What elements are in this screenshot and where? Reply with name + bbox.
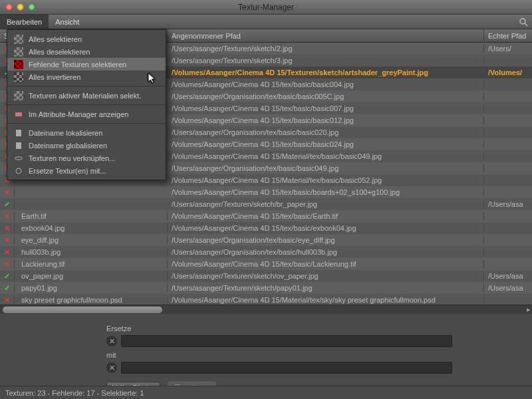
scroll-right-icon[interactable]: ▸ — [527, 305, 531, 314]
status-missing-icon: ✕ — [0, 212, 15, 221]
cell-path: /Users/asanger/Texturen/sketch/br_paper.… — [168, 200, 484, 208]
replace-label: Ersetze — [106, 325, 452, 332]
menu-show-in-attribute-manager[interactable]: Im Attribute-Manager anzeigen — [7, 108, 166, 120]
cell-real-path: /Users/ — [484, 45, 532, 53]
table-row[interactable]: ✕exbook04.jpg/Volumes/Asanger/Cinema 4D … — [0, 222, 532, 234]
status-missing-icon: ✕ — [0, 260, 15, 269]
cell-path: /Volumes/Asanger/Cinema 4D 15/Material/t… — [168, 152, 484, 160]
cell-path: /Volumes/Asanger/Cinema 4D 15/Material/t… — [168, 176, 484, 184]
scrollbar-thumb[interactable] — [3, 307, 162, 313]
window-controls — [0, 3, 35, 11]
edit-menu-dropdown: Alles selektieren Alles deselektieren Fe… — [7, 29, 166, 180]
menu-separator — [7, 123, 166, 124]
cell-name: ov_paper.jpg — [15, 272, 168, 280]
file-icon — [14, 141, 23, 150]
clear-icon[interactable]: ✕ — [106, 336, 117, 346]
cell-name: sky preset graphicfullmoon.psd — [15, 296, 168, 304]
cell-name: papy01.jpg — [15, 284, 168, 292]
file-icon — [14, 128, 23, 138]
menu-select-active-materials[interactable]: Texturen aktiver Materialien selekt. — [7, 89, 166, 102]
replace-target-input[interactable] — [121, 362, 452, 374]
status-missing-icon: ✕ — [0, 296, 15, 305]
status-missing-icon: ✕ — [0, 188, 15, 197]
svg-rect-5 — [15, 157, 22, 160]
table-row[interactable]: ✕Lackierung.tif/Volumes/Asanger/Cinema 4… — [0, 258, 532, 270]
checker-icon — [14, 35, 23, 44]
close-icon[interactable] — [5, 3, 13, 11]
status-text: Texturen: 23 - Fehlende: 17 - Selektiert… — [5, 389, 144, 397]
cell-path: /Volumes/Asanger/Cinema 4D 15/tex/basic/… — [168, 212, 484, 220]
link-icon — [14, 154, 23, 163]
window-titlebar: Textur-Manager — [0, 0, 532, 15]
cell-path: /Users/asanger/Organisation/tex/basic/ba… — [168, 128, 484, 136]
menu-localize-filename[interactable]: Dateiname lokalisieren — [7, 126, 166, 139]
menu-select-missing[interactable]: Fehlende Texturen selektieren — [7, 58, 166, 70]
clear-icon[interactable]: ✕ — [106, 362, 117, 373]
menu-relink-textures[interactable]: Texturen neu verknüpfen... — [7, 152, 166, 164]
cell-name: Earth.tif — [15, 212, 168, 220]
cell-path: /Users/asanger/Organisation/tex/basic/ba… — [168, 164, 484, 172]
replace-icon — [14, 166, 23, 176]
col-real[interactable]: Echter Pfad — [484, 29, 532, 42]
cell-name: hull003b.jpg — [15, 248, 168, 256]
cell-real-path: /Users/asa — [484, 284, 532, 292]
checker-missing-icon — [14, 60, 23, 69]
menu-select-all[interactable]: Alles selektieren — [7, 33, 166, 45]
window-title: Textur-Manager — [0, 3, 532, 12]
menu-globalize-filename[interactable]: Dateiname globalisieren — [7, 139, 166, 152]
menu-invert-all[interactable]: Alles invertieren — [7, 70, 166, 83]
cell-path: /Users/asanger/Texturen/sketch/2.jpg — [168, 45, 484, 53]
checker-invert-icon — [14, 72, 23, 82]
svg-rect-2 — [15, 112, 22, 116]
cell-path: /Users/asanger/Texturen/sketch/ov_paper.… — [168, 272, 484, 280]
menu-edit[interactable]: Bearbeiten — [0, 15, 49, 29]
table-row[interactable]: ✕Earth.tif/Volumes/Asanger/Cinema 4D 15/… — [0, 210, 532, 222]
cell-path: /Volumes/Asanger/Cinema 4D 15/tex/basic/… — [168, 260, 484, 268]
col-path[interactable]: Angenommener Pfad — [168, 29, 484, 42]
checker-icon — [14, 91, 23, 100]
search-icon[interactable] — [519, 15, 532, 29]
cell-path: /Users/asanger/Organisation/tex/basic/hu… — [168, 248, 484, 256]
status-missing-icon: ✕ — [0, 248, 15, 257]
tag-icon — [14, 110, 23, 119]
svg-rect-4 — [16, 142, 21, 149]
cell-real-path: /Volumes/ — [484, 68, 532, 76]
cell-path: /Volumes/Asanger/Cinema 4D 15/tex/basic/… — [168, 224, 484, 232]
cell-path: /Volumes/Asanger/Cinema 4D 15/Texturen/s… — [168, 68, 484, 76]
cell-path: /Volumes/Asanger/Cinema 4D 15/tex/basic/… — [168, 80, 484, 88]
status-missing-icon: ✕ — [0, 224, 15, 233]
cell-name: eye_diff.jpg — [15, 236, 168, 244]
menu-separator — [7, 86, 166, 86]
cell-path: /Volumes/Asanger/Cinema 4D 15/tex/basic/… — [168, 116, 484, 124]
table-row[interactable]: ✕sky preset graphicfullmoon.psd/Volumes/… — [0, 294, 532, 305]
cell-path: /Users/asanger/Organisation/tex/basic/ba… — [168, 92, 484, 100]
menu-separator — [7, 104, 166, 105]
table-row[interactable]: ✕/Volumes/Asanger/Cinema 4D 15/tex/basic… — [0, 186, 532, 198]
minimize-icon[interactable] — [17, 3, 24, 11]
cell-path: /Volumes/Asanger/Cinema 4D 15/tex/basic/… — [168, 140, 484, 148]
table-row[interactable]: ✕hull003b.jpg/Users/asanger/Organisation… — [0, 246, 532, 258]
table-row[interactable]: ✓papy01.jpg/Users/asanger/Texturen/sketc… — [0, 282, 532, 294]
statusbar: Texturen: 23 - Fehlende: 17 - Selektiert… — [0, 386, 532, 399]
checker-icon — [14, 47, 23, 57]
menu-view[interactable]: Ansicht — [49, 15, 86, 29]
status-ok-icon: ✓ — [0, 200, 15, 209]
table-row[interactable]: ✓ov_paper.jpg/Users/asanger/Texturen/ske… — [0, 270, 532, 282]
svg-rect-3 — [16, 130, 21, 136]
cell-name: Lackierung.tif — [15, 260, 168, 268]
cell-path: /Users/asanger/Organisation/tex/basic/ey… — [168, 236, 484, 244]
cell-path: /Volumes/Asanger/Cinema 4D 15/tex/basic/… — [168, 188, 484, 196]
maximize-icon[interactable] — [28, 3, 35, 11]
cell-path: /Users/asanger/Texturen/sketch/papy01.jp… — [168, 284, 484, 292]
table-row[interactable]: ✕eye_diff.jpg/Users/asanger/Organisation… — [0, 234, 532, 246]
cell-real-path: /Users/asa — [484, 272, 532, 280]
scrollbar-horizontal[interactable]: ▸ — [0, 305, 532, 314]
cell-name: exbook04.jpg — [15, 224, 168, 232]
svg-point-0 — [520, 19, 525, 24]
cell-path: /Volumes/Asanger/Cinema 4D 15/tex/basic/… — [168, 104, 484, 112]
status-ok-icon: ✓ — [0, 272, 15, 281]
menu-replace-textures-with[interactable]: Ersetze Textur(en) mit... — [7, 164, 166, 177]
replace-source-input[interactable] — [121, 335, 452, 347]
menu-deselect-all[interactable]: Alles deselektieren — [7, 45, 166, 58]
table-row[interactable]: ✓/Users/asanger/Texturen/sketch/br_paper… — [0, 198, 532, 210]
